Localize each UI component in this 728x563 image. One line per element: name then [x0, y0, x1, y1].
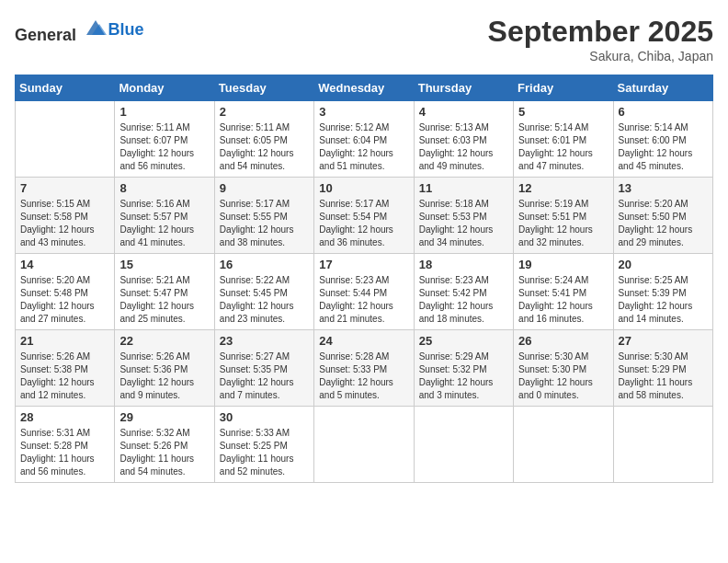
day-number: 3 — [319, 105, 408, 119]
day-number: 21 — [20, 334, 109, 348]
calendar: SundayMondayTuesdayWednesdayThursdayFrid… — [15, 75, 713, 483]
day-number: 24 — [319, 334, 408, 348]
day-cell — [16, 101, 115, 178]
day-cell: 4Sunrise: 5:13 AMSunset: 6:03 PMDaylight… — [414, 101, 513, 178]
day-info: Sunrise: 5:19 AMSunset: 5:51 PMDaylight:… — [518, 198, 608, 249]
day-info: Sunrise: 5:26 AMSunset: 5:36 PMDaylight:… — [119, 350, 209, 402]
day-number: 9 — [220, 181, 309, 195]
month-title: September 2025 — [488, 15, 713, 49]
weekday-header-tuesday: Tuesday — [214, 75, 313, 101]
day-cell: 22Sunrise: 5:26 AMSunset: 5:36 PMDayligh… — [115, 330, 214, 407]
day-info: Sunrise: 5:21 AMSunset: 5:47 PMDaylight:… — [119, 274, 209, 326]
day-info: Sunrise: 5:29 AMSunset: 5:32 PMDaylight:… — [419, 350, 508, 402]
day-info: Sunrise: 5:23 AMSunset: 5:44 PMDaylight:… — [319, 274, 408, 326]
day-cell: 13Sunrise: 5:20 AMSunset: 5:50 PMDayligh… — [613, 178, 712, 254]
day-cell — [314, 407, 414, 483]
day-number: 14 — [20, 258, 109, 271]
week-row-5: 28Sunrise: 5:31 AMSunset: 5:28 PMDayligh… — [16, 407, 713, 483]
day-number: 27 — [619, 334, 708, 348]
day-cell: 7Sunrise: 5:15 AMSunset: 5:58 PMDaylight… — [16, 178, 115, 254]
day-info: Sunrise: 5:11 AMSunset: 6:05 PMDaylight:… — [220, 121, 309, 173]
day-info: Sunrise: 5:27 AMSunset: 5:35 PMDaylight:… — [220, 350, 309, 402]
week-row-2: 7Sunrise: 5:15 AMSunset: 5:58 PMDaylight… — [16, 178, 713, 254]
logo-blue: Blue — [108, 20, 144, 39]
day-info: Sunrise: 5:23 AMSunset: 5:42 PMDaylight:… — [419, 274, 508, 326]
day-cell: 26Sunrise: 5:30 AMSunset: 5:30 PMDayligh… — [514, 330, 613, 407]
day-cell: 5Sunrise: 5:14 AMSunset: 6:01 PMDaylight… — [514, 101, 613, 178]
day-info: Sunrise: 5:11 AMSunset: 6:07 PMDaylight:… — [119, 121, 209, 173]
title-area: September 2025 Sakura, Chiba, Japan — [488, 15, 713, 63]
day-number: 29 — [119, 410, 209, 424]
day-number: 4 — [419, 105, 508, 119]
day-cell: 1Sunrise: 5:11 AMSunset: 6:07 PMDaylight… — [115, 101, 214, 178]
day-info: Sunrise: 5:31 AMSunset: 5:28 PMDaylight:… — [20, 427, 109, 478]
day-info: Sunrise: 5:25 AMSunset: 5:39 PMDaylight:… — [619, 274, 708, 326]
day-cell: 18Sunrise: 5:23 AMSunset: 5:42 PMDayligh… — [414, 254, 513, 330]
header: General Blue September 2025 Sakura, Chib… — [15, 15, 713, 63]
day-cell — [414, 407, 513, 483]
day-cell: 14Sunrise: 5:20 AMSunset: 5:48 PMDayligh… — [16, 254, 115, 330]
day-cell: 16Sunrise: 5:22 AMSunset: 5:45 PMDayligh… — [214, 254, 313, 330]
day-number: 5 — [518, 105, 608, 119]
day-info: Sunrise: 5:24 AMSunset: 5:41 PMDaylight:… — [518, 274, 608, 326]
day-number: 19 — [518, 258, 608, 271]
day-info: Sunrise: 5:12 AMSunset: 6:04 PMDaylight:… — [319, 121, 408, 173]
location-title: Sakura, Chiba, Japan — [488, 49, 713, 63]
weekday-header-friday: Friday — [514, 75, 613, 101]
day-cell: 3Sunrise: 5:12 AMSunset: 6:04 PMDaylight… — [314, 101, 414, 178]
week-row-1: 1Sunrise: 5:11 AMSunset: 6:07 PMDaylight… — [16, 101, 713, 178]
day-number: 8 — [119, 181, 209, 195]
day-cell: 9Sunrise: 5:17 AMSunset: 5:55 PMDaylight… — [214, 178, 313, 254]
day-number: 17 — [319, 258, 408, 271]
day-number: 16 — [220, 258, 309, 271]
day-info: Sunrise: 5:15 AMSunset: 5:58 PMDaylight:… — [20, 198, 109, 249]
day-number: 2 — [220, 105, 309, 119]
weekday-header-saturday: Saturday — [613, 75, 712, 101]
day-cell: 2Sunrise: 5:11 AMSunset: 6:05 PMDaylight… — [214, 101, 313, 178]
day-number: 10 — [319, 181, 408, 195]
day-cell: 23Sunrise: 5:27 AMSunset: 5:35 PMDayligh… — [214, 330, 313, 407]
day-number: 12 — [518, 181, 608, 195]
day-info: Sunrise: 5:14 AMSunset: 6:01 PMDaylight:… — [518, 121, 608, 173]
weekday-header-row: SundayMondayTuesdayWednesdayThursdayFrid… — [16, 75, 713, 101]
day-info: Sunrise: 5:14 AMSunset: 6:00 PMDaylight:… — [619, 121, 708, 173]
day-cell: 28Sunrise: 5:31 AMSunset: 5:28 PMDayligh… — [16, 407, 115, 483]
day-cell: 25Sunrise: 5:29 AMSunset: 5:32 PMDayligh… — [414, 330, 513, 407]
day-number: 22 — [119, 334, 209, 348]
day-cell: 20Sunrise: 5:25 AMSunset: 5:39 PMDayligh… — [613, 254, 712, 330]
day-info: Sunrise: 5:30 AMSunset: 5:29 PMDaylight:… — [619, 350, 708, 402]
day-cell: 8Sunrise: 5:16 AMSunset: 5:57 PMDaylight… — [115, 178, 214, 254]
day-number: 7 — [20, 181, 109, 195]
weekday-header-sunday: Sunday — [16, 75, 115, 101]
day-number: 25 — [419, 334, 508, 348]
day-cell: 30Sunrise: 5:33 AMSunset: 5:25 PMDayligh… — [214, 407, 313, 483]
day-number: 30 — [220, 410, 309, 424]
day-info: Sunrise: 5:17 AMSunset: 5:54 PMDaylight:… — [319, 198, 408, 249]
logo: General Blue — [15, 15, 144, 45]
day-info: Sunrise: 5:32 AMSunset: 5:26 PMDaylight:… — [119, 427, 209, 478]
logo-icon — [83, 15, 108, 40]
day-cell: 6Sunrise: 5:14 AMSunset: 6:00 PMDaylight… — [613, 101, 712, 178]
day-cell: 21Sunrise: 5:26 AMSunset: 5:38 PMDayligh… — [16, 330, 115, 407]
day-info: Sunrise: 5:28 AMSunset: 5:33 PMDaylight:… — [319, 350, 408, 402]
day-cell — [514, 407, 613, 483]
day-number: 20 — [619, 258, 708, 271]
day-cell: 10Sunrise: 5:17 AMSunset: 5:54 PMDayligh… — [314, 178, 414, 254]
day-info: Sunrise: 5:17 AMSunset: 5:55 PMDaylight:… — [220, 198, 309, 249]
weekday-header-wednesday: Wednesday — [314, 75, 414, 101]
day-number: 6 — [619, 105, 708, 119]
day-number: 23 — [220, 334, 309, 348]
day-cell: 24Sunrise: 5:28 AMSunset: 5:33 PMDayligh… — [314, 330, 414, 407]
day-number: 26 — [518, 334, 608, 348]
day-info: Sunrise: 5:30 AMSunset: 5:30 PMDaylight:… — [518, 350, 608, 402]
day-info: Sunrise: 5:20 AMSunset: 5:48 PMDaylight:… — [20, 274, 109, 326]
weekday-header-thursday: Thursday — [414, 75, 513, 101]
weekday-header-monday: Monday — [115, 75, 214, 101]
day-number: 28 — [20, 410, 109, 424]
day-info: Sunrise: 5:33 AMSunset: 5:25 PMDaylight:… — [220, 427, 309, 478]
day-cell: 12Sunrise: 5:19 AMSunset: 5:51 PMDayligh… — [514, 178, 613, 254]
day-cell: 17Sunrise: 5:23 AMSunset: 5:44 PMDayligh… — [314, 254, 414, 330]
day-info: Sunrise: 5:22 AMSunset: 5:45 PMDaylight:… — [220, 274, 309, 326]
day-number: 1 — [119, 105, 209, 119]
day-number: 15 — [119, 258, 209, 271]
